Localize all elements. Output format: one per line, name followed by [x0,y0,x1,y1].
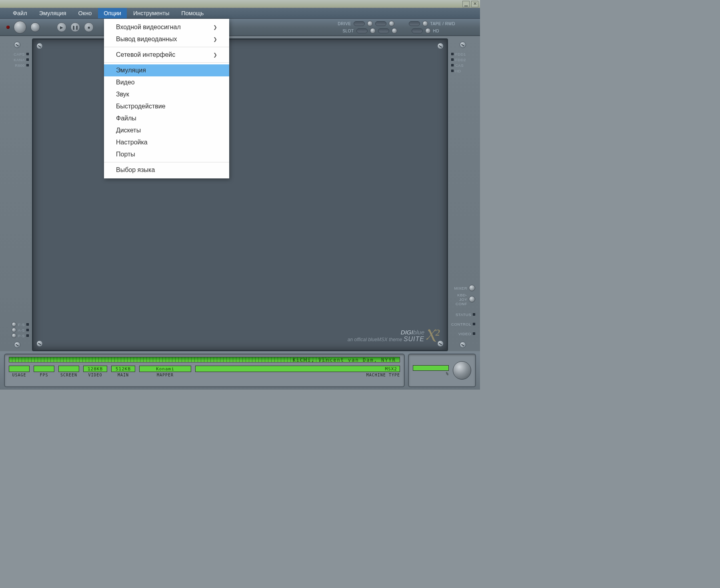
pct-meter [413,365,449,371]
dropdown-item-11[interactable]: Настройка [104,136,229,148]
video-meter: 128KB VIDEO [83,366,107,377]
dropdown-item-3[interactable]: Сетевой интерфейс❯ [104,49,229,61]
screen-meter: SCREEN [58,366,79,377]
dropdown-item-5[interactable]: Эмуляция [104,64,229,76]
as-indicator: A-S [2,327,32,333]
fdd2-indicator: FDD2 [448,57,478,62]
drive-slot-1[interactable] [354,21,365,26]
toolbar: ▶ ❚❚ ■ DRIVE TAPE / RWD SLOT HD [0,19,480,36]
kbdjoy-conf-button[interactable]: KBD-JOY CONF [448,293,478,306]
hd-slot[interactable] [412,28,423,33]
tape-slot[interactable] [409,21,420,26]
logo-x-icon: Ⲭ² [425,326,440,344]
screw-icon [437,43,444,49]
ps-indicator: P-S [2,333,32,338]
cart-slot-1[interactable] [356,28,368,33]
menu-item-2[interactable]: Окно [73,8,98,18]
drive-label: DRIVE [338,22,351,26]
fdd1-indicator: FDD1 [448,51,478,57]
left-rail: CAPS KANA R800 F-S A-S P-S [2,38,32,351]
slot-label: SLOT [342,29,354,33]
play-button[interactable]: ▶ [57,22,66,32]
mixer-button[interactable]: MIXER [448,283,478,293]
status-bar: KiCHi, Vincent van Dam, NYYR USAGE FPS S… [0,351,480,390]
fs-indicator: F-S [2,322,32,327]
minimize-button[interactable]: ▁ [462,1,470,7]
dropdown-item-0[interactable]: Входной видеосигнал❯ [104,21,229,33]
menu-item-1[interactable]: Эмуляция [34,8,72,18]
stop-button[interactable]: ■ [84,22,94,32]
main-meter: 512KB MAIN [111,366,135,377]
dropdown-item-7[interactable]: Звук [104,88,229,100]
cart-dial-1[interactable] [370,28,376,34]
status-toggle[interactable]: STATUS [448,310,478,319]
screw-icon [460,42,466,48]
mapper-meter: Konami MAPPER [139,366,191,377]
dropdown-item-10[interactable]: Дискеты [104,124,229,136]
usage-meter: USAGE [9,366,30,377]
screw-icon [14,42,20,48]
screw-icon [14,342,20,348]
lcd-scroll-text: KiCHi, Vincent van Dam, NYYR [293,357,396,363]
pause-button[interactable]: ❚❚ [70,22,80,32]
menu-item-0[interactable]: Файл [7,8,33,18]
fps-meter: FPS [34,366,54,377]
pct-label: % [446,372,449,376]
window-titlebar: ▁ ✕ [0,0,480,8]
tape-dial[interactable] [422,21,428,26]
dropdown-item-8[interactable]: Быстродействие [104,100,229,112]
status-main-frame: KiCHi, Vincent van Dam, NYYR USAGE FPS S… [4,354,405,387]
tape-label: TAPE / RWD [430,22,455,26]
dropdown-item-14[interactable]: Выбор языка [104,164,229,176]
dropdown-item-9[interactable]: Файлы [104,112,229,124]
right-rail: FDD1 FDD2 CAS HD MIXER KBD-JOY CONF STAT… [448,38,478,351]
caps-indicator: CAPS [2,51,32,57]
emulator-viewport[interactable]: DIGIblue an offical blueMSX theme SUITE … [32,38,448,351]
menubar: ФайлЭмуляцияОкноОпцииИнструментыПомощь [0,8,480,19]
status-right-frame: % [408,354,476,387]
dropdown-item-6[interactable]: Видео [104,76,229,88]
screw-icon [460,342,466,348]
dropdown-item-1[interactable]: Вывод видеоданных❯ [104,33,229,45]
menu-item-3[interactable]: Опции [98,8,127,18]
drive-dial-1[interactable] [367,21,373,26]
close-button[interactable]: ✕ [471,1,478,7]
drive-slot-2[interactable] [375,21,386,26]
screw-icon [36,340,43,347]
menu-separator [104,162,229,162]
cart-slot-2[interactable] [378,28,389,33]
hd-dial[interactable] [425,28,431,34]
hd-indicator: HD [448,68,478,74]
control-toggle[interactable]: CONTROL [448,319,478,329]
cas-indicator: CAS [448,62,478,68]
secondary-dial[interactable] [30,22,40,32]
hd-label: HD [433,29,439,33]
menu-separator [104,47,229,47]
record-indicator [6,26,10,29]
main-area: CAPS KANA R800 F-S A-S P-S DIGIblue an o… [0,36,480,351]
volume-knob[interactable] [453,361,471,380]
dropdown-item-12[interactable]: Порты [104,148,229,160]
menu-separator [104,62,229,63]
cart-dial-2[interactable] [392,28,397,34]
theme-logo: DIGIblue an offical blueMSX theme SUITE … [348,329,424,343]
screw-icon [36,43,43,49]
drive-dial-2[interactable] [389,21,394,26]
main-dial[interactable] [14,21,26,34]
kana-indicator: KANA [2,57,32,62]
menu-item-5[interactable]: Помощь [176,8,209,18]
options-dropdown-menu: Входной видеосигнал❯Вывод видеоданных❯Се… [104,19,229,178]
chevron-right-icon: ❯ [213,36,217,42]
machine-type-meter: MSX2 MACHINE TYPE [195,366,400,377]
r800-indicator: R800 [2,62,32,68]
chevron-right-icon: ❯ [213,24,217,30]
chevron-right-icon: ❯ [213,52,217,58]
video-toggle[interactable]: VIDEO [448,329,478,338]
menu-item-4[interactable]: Инструменты [128,8,175,18]
